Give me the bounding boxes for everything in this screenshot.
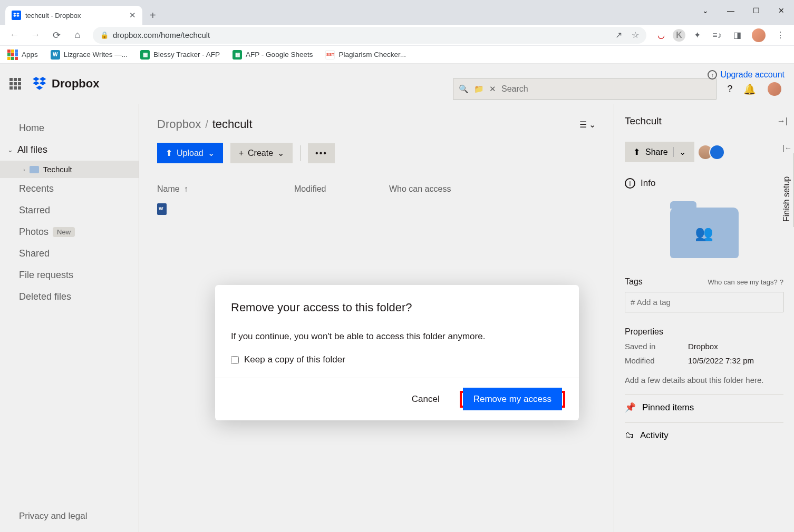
window-controls: ⌄ — ☐ ✕ <box>693 0 794 21</box>
forward-icon[interactable]: → <box>26 26 44 44</box>
sidebar-item-home[interactable]: Home <box>0 117 139 139</box>
search-input[interactable] <box>501 84 711 94</box>
sidebar-item-photos[interactable]: Photos New <box>0 221 139 243</box>
reload-icon[interactable]: ⟳ <box>47 26 65 44</box>
share-page-icon[interactable]: ↗ <box>615 30 622 40</box>
bookmarks-bar: Apps W Lizgrace Writes —... ▦ Blessy Tra… <box>0 46 794 64</box>
bell-icon[interactable]: 🔔 <box>743 83 756 95</box>
bookmark-lizgrace[interactable]: W Lizgrace Writes —... <box>51 50 128 60</box>
dropbox-icon <box>33 77 49 91</box>
property-row: Saved in Dropbox <box>625 342 783 351</box>
chevron-down-icon[interactable]: ⌄ <box>673 147 686 157</box>
share-icon: ⬆ <box>633 147 640 157</box>
sidebar-item-filerequests[interactable]: File requests <box>0 264 139 286</box>
wordpress-icon: W <box>51 50 60 60</box>
folder-icon <box>30 166 39 173</box>
maximize-icon[interactable]: ☐ <box>743 6 769 15</box>
panel-title: Techcult <box>625 115 783 127</box>
reading-list-icon[interactable]: ≡♪ <box>709 31 725 40</box>
more-button[interactable]: ••• <box>308 143 335 163</box>
profile-avatar[interactable] <box>752 28 766 42</box>
sidebar-item-deleted[interactable]: Deleted files <box>0 286 139 308</box>
sidebar-item-allfiles[interactable]: ⌄All files <box>0 139 139 161</box>
breadcrumb: Dropbox / techcult <box>157 117 596 131</box>
activity-section[interactable]: 🗂 Activity <box>625 422 783 441</box>
grid-menu-icon[interactable] <box>9 78 21 90</box>
pin-icon: 📌 <box>625 402 636 413</box>
home-icon[interactable]: ⌂ <box>69 26 86 44</box>
collapse-panel-icon[interactable]: →| <box>777 116 788 126</box>
create-button[interactable]: + Create ⌄ <box>230 143 293 163</box>
close-window-icon[interactable]: ✕ <box>769 6 794 15</box>
apps-bookmark[interactable]: Apps <box>7 50 38 60</box>
dropbox-logo[interactable]: Dropbox <box>33 77 99 91</box>
address-bar[interactable]: 🔒 dropbox.com/home/techcult ↗ ☆ <box>93 27 646 44</box>
cancel-button[interactable]: Cancel <box>402 389 449 410</box>
column-access[interactable]: Who can access <box>389 184 596 194</box>
pinned-items-section[interactable]: 📌 Pinned items <box>625 394 783 413</box>
clear-icon[interactable]: ✕ <box>489 84 496 94</box>
mcafee-icon[interactable]: ◡ <box>653 30 670 40</box>
browser-tab[interactable]: techcult - Dropbox ✕ <box>5 6 142 25</box>
sidebar-item-recents[interactable]: Recents <box>0 178 139 200</box>
sidebar-item-starred[interactable]: Starred <box>0 200 139 221</box>
modal-body-text: If you continue, you won't be able to ac… <box>231 331 563 342</box>
breadcrumb-root[interactable]: Dropbox <box>157 117 201 131</box>
sidebar-subfolder-techcult[interactable]: › Techcult <box>0 161 139 178</box>
browser-toolbar: ← → ⟳ ⌂ 🔒 dropbox.com/home/techcult ↗ ☆ … <box>0 25 794 46</box>
view-toggle[interactable]: ☰⌄ <box>579 120 596 130</box>
help-icon[interactable]: ？ <box>725 82 735 96</box>
new-tab-button[interactable]: + <box>142 6 163 25</box>
menu-icon[interactable]: ⋮ <box>772 30 789 40</box>
sidebar: Home ⌄All files › Techcult Recents Starr… <box>0 104 139 532</box>
checkbox-input[interactable] <box>231 356 239 364</box>
url-text: dropbox.com/home/techcult <box>113 31 210 40</box>
shared-avatars[interactable] <box>702 144 725 160</box>
sidebar-item-shared[interactable]: Shared <box>0 243 139 264</box>
close-icon[interactable]: ✕ <box>129 11 136 20</box>
bookmark-afp[interactable]: ▦ AFP - Google Sheets <box>233 50 313 60</box>
upgrade-icon: ↑ <box>708 70 717 80</box>
search-icon: 🔍 <box>459 84 469 94</box>
minimize-icon[interactable]: — <box>718 6 743 15</box>
folder-filter-icon[interactable]: 📁 <box>474 84 484 94</box>
chevron-down-icon: ⌄ <box>589 120 596 130</box>
back-icon[interactable]: ← <box>5 26 23 44</box>
bookmark-plagiarism[interactable]: SST Plagiarism Checker... <box>325 50 406 60</box>
privacy-link[interactable]: Privacy and legal <box>19 511 87 521</box>
details-panel: Techcult →| ⬆ Share ⌄ i Info 👥 <box>614 104 794 532</box>
properties-header: Properties <box>625 327 783 337</box>
sidepanel-icon[interactable]: ◨ <box>729 30 745 40</box>
chevron-down-icon[interactable]: ⌄ <box>693 6 718 15</box>
new-badge: New <box>53 227 75 237</box>
column-modified[interactable]: Modified <box>294 184 389 194</box>
remove-access-modal: Remove your access to this folder? If yo… <box>215 285 579 420</box>
chevron-right-icon[interactable]: › <box>23 166 25 173</box>
tags-help-link[interactable]: Who can see my tags? ? <box>708 278 783 286</box>
tag-input[interactable] <box>625 292 783 312</box>
upgrade-link[interactable]: ↑ Upgrade account <box>708 70 785 80</box>
column-name[interactable]: Name ↑ <box>157 184 294 194</box>
chevron-down-icon: ⌄ <box>277 148 284 158</box>
keep-copy-checkbox[interactable]: Keep a copy of this folder <box>231 354 563 365</box>
expand-finish-icon[interactable]: |← <box>782 144 792 152</box>
profile-letter-icon[interactable]: K <box>673 29 685 42</box>
remove-access-button[interactable]: Remove my access <box>463 388 562 410</box>
share-button[interactable]: ⬆ Share ⌄ <box>625 142 694 162</box>
activity-icon: 🗂 <box>625 430 634 441</box>
plus-icon: + <box>239 149 244 158</box>
bookmark-blessy[interactable]: ▦ Blessy Tracker - AFP <box>140 50 220 60</box>
upload-button[interactable]: ⬆ Upload ⌄ <box>157 143 223 163</box>
tab-title: techcult - Dropbox <box>25 12 125 19</box>
finish-setup-tab[interactable]: Finish setup <box>780 153 794 227</box>
extensions-icon[interactable]: ✦ <box>689 30 705 40</box>
apps-icon <box>7 50 18 60</box>
file-row[interactable] <box>157 203 596 215</box>
chevron-down-icon[interactable]: ⌄ <box>7 146 13 154</box>
star-icon[interactable]: ☆ <box>632 30 639 40</box>
sheets-icon: ▦ <box>233 50 242 60</box>
search-bar[interactable]: 🔍 📁 ✕ <box>453 78 716 100</box>
folder-preview: 👥 <box>670 208 739 258</box>
details-hint[interactable]: Add a few details about this folder here… <box>625 376 783 385</box>
account-avatar[interactable] <box>768 82 781 96</box>
